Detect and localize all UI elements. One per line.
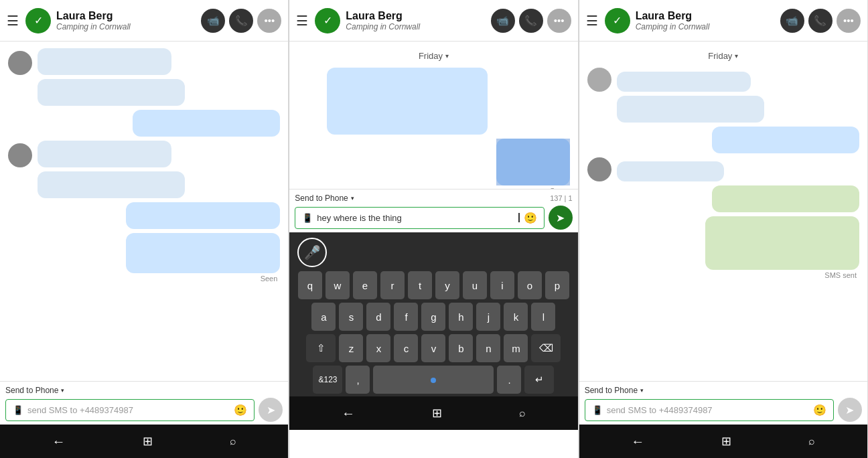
date-label-3[interactable]: Friday ▾	[587, 51, 859, 61]
key-e[interactable]: e	[353, 271, 377, 299]
windows-button-2[interactable]: ⊞	[432, 406, 442, 421]
avatar-2: ✓	[315, 8, 340, 33]
phone-icon-1: 📱	[13, 405, 23, 415]
key-t[interactable]: t	[408, 271, 432, 299]
key-enter[interactable]: ↵	[524, 366, 554, 394]
more-options-button-3[interactable]: •••	[837, 9, 861, 33]
chat-area-2: Friday ▾ Seen	[289, 42, 577, 189]
key-h[interactable]: h	[449, 303, 473, 331]
back-button-2[interactable]: ←	[342, 406, 355, 421]
send-to-label-3: Send to Phone	[585, 386, 638, 395]
key-y[interactable]: y	[435, 271, 459, 299]
bubble-received	[38, 48, 171, 75]
menu-icon[interactable]: ☰	[7, 13, 19, 29]
send-button-3[interactable]: ➤	[838, 398, 862, 422]
emoji-button-1[interactable]: 🙂	[234, 404, 247, 416]
more-options-button-1[interactable]: •••	[257, 9, 281, 33]
key-d[interactable]: d	[366, 303, 390, 331]
key-f[interactable]: f	[394, 303, 418, 331]
send-to-row-1[interactable]: Send to Phone ▾	[5, 386, 283, 395]
date-chevron-2: ▾	[445, 52, 449, 60]
video-call-button-2[interactable]: 📹	[491, 9, 515, 33]
contact-sub-3: Camping in Cornwall	[636, 22, 780, 31]
more-options-button-2[interactable]: •••	[547, 9, 571, 33]
message-row	[8, 233, 280, 273]
key-r[interactable]: r	[380, 271, 405, 299]
sms-input-box-2[interactable]: 📱 hey where is the thing 🙂	[295, 207, 544, 229]
message-row-2a	[297, 68, 569, 135]
send-button-2[interactable]: ➤	[549, 206, 573, 230]
key-row-1: q w e r t y u i o p	[292, 271, 575, 299]
key-space[interactable]	[373, 366, 494, 394]
key-backspace[interactable]: ⌫	[531, 334, 561, 362]
key-k[interactable]: k	[504, 303, 528, 331]
send-to-row-2[interactable]: Send to Phone ▾ 137 | 1	[295, 194, 572, 203]
back-button-1[interactable]: ←	[52, 434, 66, 449]
avatar-small-3d	[587, 157, 611, 181]
key-a[interactable]: a	[311, 303, 336, 331]
contact-sub-2: Camping in Cornwall	[346, 22, 490, 31]
key-j[interactable]: j	[476, 303, 500, 331]
menu-icon-3[interactable]: ☰	[586, 13, 598, 29]
send-to-row-3[interactable]: Send to Phone ▾	[585, 386, 862, 395]
key-m[interactable]: m	[504, 334, 528, 362]
input-area-2: Send to Phone ▾ 137 | 1 📱 hey where is t…	[289, 189, 577, 232]
key-s[interactable]: s	[339, 303, 363, 331]
emoji-button-3[interactable]: 🙂	[813, 404, 826, 416]
video-call-button-1[interactable]: 📹	[201, 9, 225, 33]
mic-button[interactable]: 🎤	[297, 238, 327, 267]
bubble-sent-2	[496, 139, 570, 185]
key-v[interactable]: v	[421, 334, 445, 362]
emoji-button-2[interactable]: 🙂	[524, 212, 537, 224]
phone-call-button-2[interactable]: 📞	[519, 9, 543, 33]
sms-input-box-1[interactable]: 📱 send SMS to +4489374987 🙂	[5, 399, 255, 421]
panel-1: ☰ ✓ Laura Berg Camping in Cornwall 📹 📞 •…	[0, 0, 289, 458]
input-placeholder-3: send SMS to +4489374987	[607, 405, 809, 415]
menu-icon-2[interactable]: ☰	[296, 13, 308, 29]
key-c[interactable]: c	[394, 334, 418, 362]
back-button-3[interactable]: ←	[631, 434, 644, 449]
key-b[interactable]: b	[449, 334, 473, 362]
windows-button-1[interactable]: ⊞	[143, 434, 153, 449]
windows-button-3[interactable]: ⊞	[721, 434, 731, 449]
key-x[interactable]: x	[366, 334, 390, 362]
send-to-label-1: Send to Phone	[5, 386, 58, 395]
key-shift[interactable]: ⇧	[306, 334, 336, 362]
key-q[interactable]: q	[298, 271, 322, 299]
key-z[interactable]: z	[339, 334, 363, 362]
input-row-3: 📱 send SMS to +4489374987 🙂 ➤	[585, 398, 862, 422]
key-period[interactable]: .	[497, 366, 521, 394]
message-row-3d	[587, 157, 859, 181]
video-call-button-3[interactable]: 📹	[780, 9, 804, 33]
key-123[interactable]: &123	[313, 366, 342, 394]
send-button-1[interactable]: ➤	[259, 398, 283, 422]
date-label-2[interactable]: Friday ▾	[297, 51, 569, 61]
input-row-1: 📱 send SMS to +4489374987 🙂 ➤	[5, 398, 283, 422]
nav-bar-2: ← ⊞ ⌕	[289, 396, 577, 430]
phone-call-button-3[interactable]: 📞	[808, 9, 833, 33]
search-button-3[interactable]: ⌕	[808, 435, 815, 447]
message-row-3b	[587, 96, 859, 123]
message-row-3f	[587, 216, 859, 270]
bubble-received	[38, 171, 185, 198]
phone-icon-2: 📱	[302, 213, 313, 223]
search-button-1[interactable]: ⌕	[230, 435, 236, 447]
key-p[interactable]: p	[545, 271, 569, 299]
contact-sub-1: Camping in Cornwall	[56, 22, 201, 31]
key-u[interactable]: u	[463, 271, 487, 299]
message-row	[8, 79, 280, 106]
search-button-2[interactable]: ⌕	[519, 407, 526, 419]
bubble-sent-green-3e	[712, 185, 859, 212]
key-o[interactable]: o	[518, 271, 542, 299]
bubble-partial	[617, 72, 751, 92]
phone-call-button-1[interactable]: 📞	[229, 9, 253, 33]
sms-input-box-3[interactable]: 📱 send SMS to +4489374987 🙂	[585, 399, 834, 421]
key-l[interactable]: l	[531, 303, 555, 331]
key-n[interactable]: n	[476, 334, 500, 362]
check-icon: ✓	[34, 14, 43, 27]
header-1: ☰ ✓ Laura Berg Camping in Cornwall 📹 📞 •…	[0, 0, 288, 42]
key-w[interactable]: w	[326, 271, 350, 299]
key-i[interactable]: i	[490, 271, 514, 299]
key-g[interactable]: g	[421, 303, 445, 331]
key-comma[interactable]: ,	[346, 366, 370, 394]
